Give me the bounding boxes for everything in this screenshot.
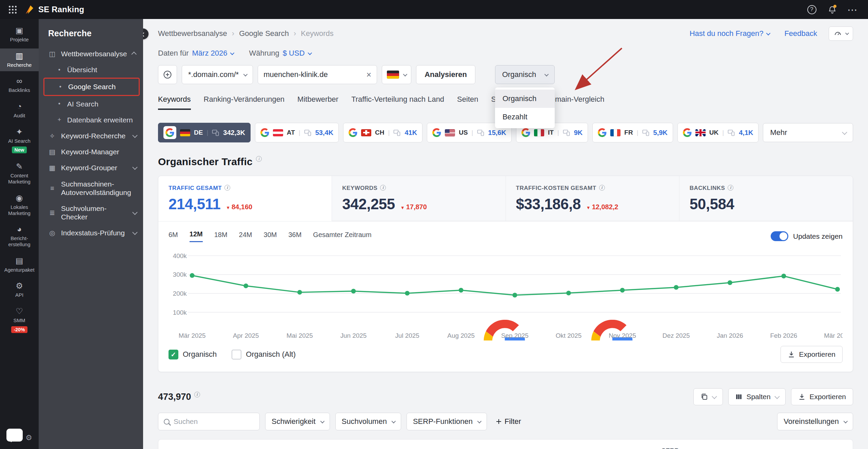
more-countries-select[interactable]: Mehr [763, 123, 853, 142]
download-icon [788, 351, 795, 358]
rail-item-audit[interactable]: Audit [0, 99, 39, 122]
info-icon[interactable] [728, 185, 733, 191]
info-icon[interactable] [224, 185, 230, 191]
tab-seiten[interactable]: Seiten [457, 95, 478, 110]
breadcrumb-item[interactable]: Wettbewerbsanalyse [158, 29, 227, 38]
traffic-mode-button[interactable]: Organisch [495, 65, 555, 84]
chevron-down-icon [845, 31, 849, 35]
range-6m[interactable]: 6M [169, 231, 178, 242]
scope-select[interactable]: *.domain.com/* [182, 65, 253, 84]
range-12m[interactable]: 12M [190, 230, 203, 242]
info-icon[interactable] [599, 185, 605, 191]
rail-item-lokales-marketing[interactable]: Lokales Marketing [0, 191, 39, 219]
settings-gear-icon[interactable] [25, 434, 32, 442]
bullet-icon [56, 67, 62, 73]
stat-backlinks[interactable]: BACKLINKS 50,584 [679, 176, 853, 221]
rail-item-agenturpaket[interactable]: Agenturpaket [0, 253, 39, 276]
breadcrumb-item[interactable]: Google Search [239, 29, 289, 38]
chat-widget-icon[interactable] [6, 429, 23, 442]
sidebar-item-autovervollstaendigung[interactable]: Suchmaschinen-Autovervollständigung [39, 176, 143, 200]
range-24m[interactable]: 24M [239, 231, 252, 242]
filter-schwierigkeit[interactable]: Schwierigkeit [265, 413, 330, 430]
rail-item-backlinks[interactable]: Backlinks [0, 74, 39, 97]
tab-mitbewerber[interactable]: Mitbewerber [297, 95, 338, 110]
add-domain-button[interactable] [158, 65, 177, 84]
domain-search-input[interactable] [263, 70, 358, 79]
sidebar-item-keyword-manager[interactable]: Keyword-Manager [39, 144, 143, 160]
add-filter-button[interactable]: Filter [496, 417, 521, 426]
presets-select[interactable]: Voreinstellungen [777, 413, 853, 430]
stat-traffic-kosten[interactable]: TRAFFIC-KOSTEN GESAMT $33,186,8 12,082,2 [506, 176, 679, 221]
updates-toggle[interactable] [771, 231, 788, 241]
tab-ranking-veraenderungen[interactable]: Ranking-Veränderungen [204, 95, 285, 110]
filter-serp-funktionen[interactable]: SERP-Funktionen [407, 413, 487, 430]
sidebar-item-ai-search[interactable]: AI Search [39, 96, 143, 112]
rail-item-content-marketing[interactable]: Content Marketing [0, 159, 39, 188]
tab-keywords[interactable]: Keywords [158, 95, 191, 110]
country-card-at[interactable]: AT | 53,4K [255, 123, 339, 142]
export-chart-button[interactable]: Exportieren [781, 346, 843, 363]
clear-input-icon[interactable]: × [367, 71, 372, 79]
app-logo[interactable]: SE Ranking [23, 4, 84, 15]
export-table-button[interactable]: Exportieren [791, 388, 853, 405]
rail-item-ai-search[interactable]: AI Search New [0, 124, 39, 157]
checkbox-organisch[interactable] [169, 350, 178, 359]
sidebar-collapse-button[interactable] [143, 28, 149, 39]
questions-link[interactable]: Hast du noch Fragen? [690, 29, 770, 38]
notifications-bell-icon[interactable] [825, 3, 839, 16]
sidebar-item-indexstatus[interactable]: Indexstatus-Prüfung [39, 225, 143, 241]
content-marketing-icon [16, 162, 23, 171]
menu-item-organisch[interactable]: Organisch [495, 90, 555, 108]
apps-grid-icon[interactable] [9, 6, 17, 14]
country-card-ch[interactable]: CH | 41K [343, 123, 422, 142]
stat-traffic-gesamt[interactable]: TRAFFIC GESAMT 214,511 84,160 [158, 176, 332, 221]
country-card-de[interactable]: DE | 342,3K [158, 123, 251, 142]
info-icon[interactable] [256, 156, 262, 162]
tab-traffic-verteilung[interactable]: Traffic-Verteilung nach Land [351, 95, 444, 110]
rail-item-berichterstellung[interactable]: Bericht-erstellung [0, 222, 39, 251]
currency-selector[interactable]: Währung $ USD [249, 49, 311, 58]
columns-button[interactable]: Spalten [728, 388, 785, 405]
checkbox-organisch-alt[interactable] [232, 350, 241, 359]
legend-organisch-alt[interactable]: Organisch (Alt) [232, 350, 296, 359]
sidebar-item-google-search[interactable]: Google Search [43, 78, 140, 96]
copy-button[interactable] [693, 388, 723, 405]
range-30m[interactable]: 30M [264, 231, 277, 242]
date-selector[interactable]: Daten für März 2026 [158, 49, 233, 58]
range-18m[interactable]: 18M [214, 231, 228, 242]
usage-quota-button[interactable] [829, 26, 853, 41]
range-36m[interactable]: 36M [288, 231, 301, 242]
updates-toggle-group[interactable]: Updates zeigen [771, 231, 843, 241]
stat-keywords[interactable]: KEYWORDS 342,255 17,870 [332, 176, 506, 221]
sidebar-item-uebersicht[interactable]: Übersicht [39, 62, 143, 78]
sidebar-item-wettbewerbsanalyse[interactable]: Wettbewerbsanalyse [39, 46, 143, 62]
country-select[interactable] [382, 65, 411, 84]
chevron-down-icon [320, 419, 324, 424]
info-icon[interactable] [194, 392, 200, 397]
col-serp-funktionen[interactable]: SERP-FUNKTIONEN [662, 447, 719, 449]
legend-organisch[interactable]: Organisch [169, 350, 217, 359]
menu-item-bezahlt[interactable]: Bezahlt [495, 108, 555, 126]
google-icon [432, 128, 441, 137]
country-card-uk[interactable]: UK | 4,1K [677, 123, 759, 142]
sidebar-title: Recherche [39, 27, 143, 46]
filter-suchvolumen[interactable]: Suchvolumen [335, 413, 401, 430]
sidebar-item-datenbank-erweitern[interactable]: Datenbank erweitern [39, 112, 143, 128]
sidebar-item-keyword-grouper[interactable]: Keyword-Grouper [39, 160, 143, 176]
sidebar-item-suchvolumen-checker[interactable]: Suchvolumen-Checker [39, 200, 143, 225]
info-icon[interactable] [380, 185, 386, 191]
feedback-link[interactable]: Feedback [784, 29, 817, 38]
rail-item-smm[interactable]: SMM -20% [0, 304, 39, 336]
rail-item-projekte[interactable]: Projekte [0, 23, 39, 46]
svg-text:Okt 2025: Okt 2025 [556, 332, 582, 339]
help-icon[interactable] [805, 3, 818, 16]
analyze-button[interactable]: Analysieren [416, 65, 475, 84]
more-menu-icon[interactable] [846, 3, 859, 16]
rail-item-recherche[interactable]: Recherche [0, 48, 39, 72]
keyword-search-input[interactable] [174, 417, 248, 426]
country-card-fr[interactable]: FR | 5,9K [592, 123, 673, 142]
rail-item-api[interactable]: API [0, 278, 39, 301]
index-status-icon [48, 230, 56, 236]
range-gesamt[interactable]: Gesamter Zeitraum [313, 231, 371, 242]
sidebar-item-keyword-recherche[interactable]: Keyword-Recherche [39, 128, 143, 144]
